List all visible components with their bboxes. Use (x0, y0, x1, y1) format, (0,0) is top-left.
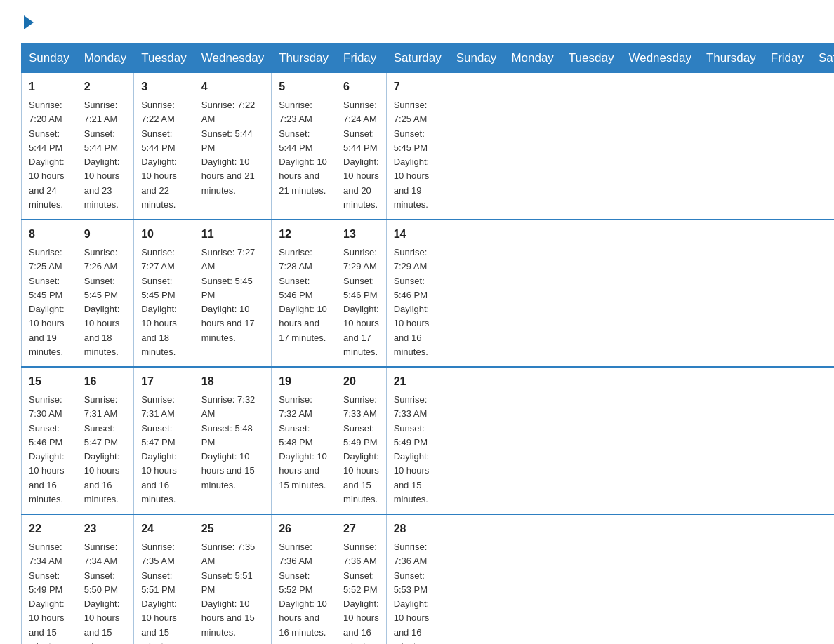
day-info: Sunrise: 7:32 AMSunset: 5:48 PMDaylight:… (201, 394, 256, 490)
day-info: Sunrise: 7:32 AMSunset: 5:48 PMDaylight:… (279, 394, 327, 490)
day-number: 16 (84, 373, 126, 390)
header-friday: Friday (336, 44, 387, 73)
day-number: 8 (29, 226, 70, 243)
calendar-day-22: 22Sunrise: 7:34 AMSunset: 5:49 PMDayligh… (22, 514, 77, 644)
day-number: 11 (201, 226, 264, 243)
day-info: Sunrise: 7:31 AMSunset: 5:47 PMDaylight:… (84, 394, 120, 504)
day-number: 19 (279, 373, 329, 390)
day-info: Sunrise: 7:27 AMSunset: 5:45 PMDaylight:… (141, 247, 177, 357)
col-header-friday: Friday (763, 44, 811, 73)
day-number: 7 (394, 79, 442, 95)
day-info: Sunrise: 7:30 AMSunset: 5:46 PMDaylight:… (29, 394, 65, 504)
calendar-day-15: 15Sunrise: 7:30 AMSunset: 5:46 PMDayligh… (22, 367, 77, 514)
calendar-day-6: 6Sunrise: 7:24 AMSunset: 5:44 PMDaylight… (336, 73, 387, 220)
calendar-day-7: 7Sunrise: 7:25 AMSunset: 5:45 PMDaylight… (386, 73, 449, 220)
day-number: 24 (141, 521, 187, 537)
calendar-day-19: 19Sunrise: 7:32 AMSunset: 5:48 PMDayligh… (272, 367, 336, 514)
header-wednesday: Wednesday (194, 44, 271, 73)
day-number: 4 (201, 79, 264, 95)
day-number: 14 (394, 226, 442, 243)
calendar-day-8: 8Sunrise: 7:25 AMSunset: 5:45 PMDaylight… (22, 220, 77, 367)
calendar-day-16: 16Sunrise: 7:31 AMSunset: 5:47 PMDayligh… (77, 367, 133, 514)
day-number: 26 (279, 521, 329, 537)
calendar-day-1: 1Sunrise: 7:20 AMSunset: 5:44 PMDaylight… (22, 73, 77, 220)
day-number: 18 (201, 373, 264, 390)
calendar-day-11: 11Sunrise: 7:27 AMSunset: 5:45 PMDayligh… (194, 220, 271, 367)
col-header-saturday: Saturday (812, 44, 834, 73)
day-info: Sunrise: 7:25 AMSunset: 5:45 PMDaylight:… (394, 100, 430, 210)
day-info: Sunrise: 7:35 AMSunset: 5:51 PMDaylight:… (201, 542, 256, 638)
calendar-day-18: 18Sunrise: 7:32 AMSunset: 5:48 PMDayligh… (194, 367, 271, 514)
day-info: Sunrise: 7:25 AMSunset: 5:45 PMDaylight:… (29, 247, 65, 357)
calendar-day-12: 12Sunrise: 7:28 AMSunset: 5:46 PMDayligh… (272, 220, 336, 367)
day-number: 22 (29, 521, 70, 537)
day-number: 3 (141, 79, 187, 95)
calendar-day-23: 23Sunrise: 7:34 AMSunset: 5:50 PMDayligh… (77, 514, 133, 644)
calendar-table: SundayMondayTuesdayWednesdayThursdayFrid… (21, 43, 834, 644)
day-number: 9 (84, 226, 126, 243)
calendar-day-2: 2Sunrise: 7:21 AMSunset: 5:44 PMDaylight… (77, 73, 133, 220)
col-header-monday: Monday (504, 44, 561, 73)
col-header-sunday: Sunday (449, 44, 504, 73)
day-info: Sunrise: 7:27 AMSunset: 5:45 PMDaylight:… (201, 247, 256, 343)
header-saturday: Saturday (386, 44, 449, 73)
day-number: 25 (201, 521, 264, 537)
day-number: 13 (343, 226, 379, 243)
day-info: Sunrise: 7:36 AMSunset: 5:52 PMDaylight:… (343, 542, 379, 644)
day-number: 15 (29, 373, 70, 390)
calendar-week-3: 15Sunrise: 7:30 AMSunset: 5:46 PMDayligh… (22, 367, 835, 514)
day-number: 12 (279, 226, 329, 243)
calendar-day-21: 21Sunrise: 7:33 AMSunset: 5:49 PMDayligh… (386, 367, 449, 514)
header-thursday: Thursday (272, 44, 336, 73)
calendar-day-4: 4Sunrise: 7:22 AMSunset: 5:44 PMDaylight… (194, 73, 271, 220)
calendar-day-27: 27Sunrise: 7:36 AMSunset: 5:52 PMDayligh… (336, 514, 387, 644)
day-info: Sunrise: 7:36 AMSunset: 5:53 PMDaylight:… (394, 542, 430, 644)
calendar-header-row: SundayMondayTuesdayWednesdayThursdayFrid… (22, 44, 835, 73)
calendar-day-26: 26Sunrise: 7:36 AMSunset: 5:52 PMDayligh… (272, 514, 336, 644)
day-info: Sunrise: 7:34 AMSunset: 5:49 PMDaylight:… (29, 542, 65, 644)
day-info: Sunrise: 7:36 AMSunset: 5:52 PMDaylight:… (279, 542, 327, 638)
day-info: Sunrise: 7:33 AMSunset: 5:49 PMDaylight:… (394, 394, 430, 504)
day-info: Sunrise: 7:26 AMSunset: 5:45 PMDaylight:… (84, 247, 120, 357)
day-info: Sunrise: 7:29 AMSunset: 5:46 PMDaylight:… (394, 247, 430, 357)
day-number: 10 (141, 226, 187, 243)
calendar-week-4: 22Sunrise: 7:34 AMSunset: 5:49 PMDayligh… (22, 514, 835, 644)
calendar-week-1: 1Sunrise: 7:20 AMSunset: 5:44 PMDaylight… (22, 73, 835, 220)
calendar-day-14: 14Sunrise: 7:29 AMSunset: 5:46 PMDayligh… (386, 220, 449, 367)
header-sunday: Sunday (22, 44, 77, 73)
calendar-week-2: 8Sunrise: 7:25 AMSunset: 5:45 PMDaylight… (22, 220, 835, 367)
day-info: Sunrise: 7:28 AMSunset: 5:46 PMDaylight:… (279, 247, 327, 343)
calendar-day-9: 9Sunrise: 7:26 AMSunset: 5:45 PMDaylight… (77, 220, 133, 367)
col-header-thursday: Thursday (699, 44, 763, 73)
day-number: 17 (141, 373, 187, 390)
logo (21, 14, 34, 29)
day-number: 5 (279, 79, 329, 95)
header-monday: Monday (77, 44, 133, 73)
day-number: 21 (394, 373, 442, 390)
day-info: Sunrise: 7:33 AMSunset: 5:49 PMDaylight:… (343, 394, 379, 504)
day-number: 28 (394, 521, 442, 537)
day-info: Sunrise: 7:35 AMSunset: 5:51 PMDaylight:… (141, 542, 177, 644)
calendar-day-24: 24Sunrise: 7:35 AMSunset: 5:51 PMDayligh… (134, 514, 194, 644)
day-info: Sunrise: 7:29 AMSunset: 5:46 PMDaylight:… (343, 247, 379, 357)
day-number: 27 (343, 521, 379, 537)
calendar-day-5: 5Sunrise: 7:23 AMSunset: 5:44 PMDaylight… (272, 73, 336, 220)
day-number: 6 (343, 79, 379, 95)
calendar-day-20: 20Sunrise: 7:33 AMSunset: 5:49 PMDayligh… (336, 367, 387, 514)
day-info: Sunrise: 7:24 AMSunset: 5:44 PMDaylight:… (343, 100, 379, 210)
day-number: 1 (29, 79, 70, 95)
col-header-tuesday: Tuesday (561, 44, 621, 73)
day-info: Sunrise: 7:20 AMSunset: 5:44 PMDaylight:… (29, 100, 65, 210)
calendar-day-10: 10Sunrise: 7:27 AMSunset: 5:45 PMDayligh… (134, 220, 194, 367)
calendar-day-28: 28Sunrise: 7:36 AMSunset: 5:53 PMDayligh… (386, 514, 449, 644)
calendar-day-17: 17Sunrise: 7:31 AMSunset: 5:47 PMDayligh… (134, 367, 194, 514)
day-number: 23 (84, 521, 126, 537)
col-header-wednesday: Wednesday (621, 44, 699, 73)
day-info: Sunrise: 7:22 AMSunset: 5:44 PMDaylight:… (201, 100, 256, 196)
page-header (21, 14, 813, 29)
day-info: Sunrise: 7:23 AMSunset: 5:44 PMDaylight:… (279, 100, 327, 196)
day-info: Sunrise: 7:34 AMSunset: 5:50 PMDaylight:… (84, 542, 120, 644)
day-info: Sunrise: 7:31 AMSunset: 5:47 PMDaylight:… (141, 394, 177, 504)
day-info: Sunrise: 7:21 AMSunset: 5:44 PMDaylight:… (84, 100, 120, 210)
day-number: 2 (84, 79, 126, 95)
